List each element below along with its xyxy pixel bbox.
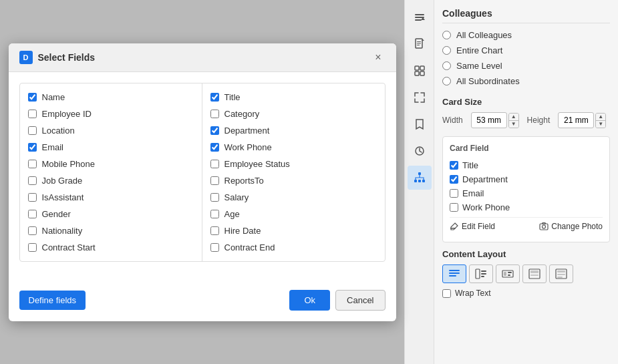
svg-rect-22 [449,272,460,274]
radio-entire-chart[interactable]: Entire Chart [442,45,610,55]
svg-rect-37 [557,274,565,275]
card-size-title: Card Size [442,97,610,107]
edit-field-link[interactable]: Edit Field [450,222,495,231]
svg-rect-25 [481,270,486,272]
svg-rect-7 [417,45,420,45]
colleagues-radio-group: All Colleagues Entire Chart Same Level A… [442,30,610,86]
width-spinner[interactable]: ▲ ▼ [508,113,519,128]
height-input[interactable] [558,112,594,128]
svg-rect-2 [415,19,422,21]
field-employee-id[interactable]: Employee ID [28,106,194,122]
svg-rect-21 [449,270,460,271]
svg-point-19 [543,225,546,228]
svg-rect-26 [481,273,486,275]
change-photo-link[interactable]: Change Photo [539,222,603,231]
dialog-close-button[interactable]: × [371,50,385,65]
width-label: Width [442,116,463,125]
field-email[interactable]: Email [28,139,194,156]
card-size-row: Width ▲ ▼ Height ▲ ▼ [442,112,610,128]
svg-rect-11 [420,71,424,75]
svg-rect-15 [418,180,421,182]
fields-left-col: Name Employee ID Location Email [20,83,202,261]
cf-title[interactable]: Title [450,158,603,172]
cf-email[interactable]: Email [450,186,603,200]
fields-grid: Name Employee ID Location Email [19,83,385,262]
colleagues-header: Colleagues [442,8,610,23]
select-fields-dialog: D Select Fields × Name Employee ID [9,43,396,321]
dialog-footer: Define fields Ok Cancel [9,283,396,321]
field-contract-start[interactable]: Contract Start [28,239,194,256]
field-title[interactable]: Title [210,89,377,106]
sidebar-icon-expand[interactable] [408,85,432,110]
dialog-title-icon: D [19,51,33,64]
field-gender[interactable]: Gender [28,206,194,222]
svg-rect-27 [481,276,484,277]
content-layout-section: Content Layout [442,249,610,298]
dialog-header: D Select Fields × [9,43,396,72]
card-fields-header: Card Field [450,144,603,153]
sidebar-icon-layers[interactable] [408,5,432,29]
svg-rect-36 [557,270,565,272]
layout-btn-2[interactable] [469,264,493,283]
field-hire-date[interactable]: Hire Date [210,222,377,239]
dialog-body: Name Employee ID Location Email [9,72,396,283]
layout-btn-4[interactable] [522,264,547,283]
svg-rect-5 [417,41,421,42]
svg-rect-24 [476,269,480,279]
layout-btn-1[interactable] [442,264,466,283]
width-input[interactable] [471,112,507,128]
height-spinner[interactable]: ▲ ▼ [595,113,606,128]
right-panel: Colleagues All Colleagues Entire Chart S… [404,0,618,364]
cf-department[interactable]: Department [450,172,603,186]
field-employee-status[interactable]: Employee Status [210,156,377,172]
sidebar-icon-document[interactable] [408,32,432,56]
svg-rect-6 [417,43,421,44]
field-reports-to[interactable]: ReportsTo [210,172,377,189]
cf-work-phone[interactable]: Work Phone [450,200,603,214]
field-job-grade[interactable]: Job Grade [28,172,194,189]
field-is-assistant[interactable]: IsAssistant [28,189,194,206]
svg-rect-38 [557,277,563,278]
field-nationality[interactable]: Nationality [28,222,194,239]
svg-rect-18 [540,224,548,230]
svg-rect-8 [415,66,419,70]
wrap-text-row[interactable]: Wrap Text [442,289,610,298]
sidebar-icons [405,0,434,364]
field-category[interactable]: Category [210,106,377,122]
field-age[interactable]: Age [210,206,377,222]
card-fields-box: Card Field Title Department Email Work P… [442,136,610,242]
svg-rect-13 [418,172,421,175]
height-label: Height [527,116,551,125]
dialog-overlay: D Select Fields × Name Employee ID [0,0,404,364]
radio-all-subordinates[interactable]: All Subordinates [442,76,610,86]
sidebar-icon-bookmark[interactable] [408,112,432,136]
field-contract-end[interactable]: Contract End [210,239,377,256]
radio-same-level[interactable]: Same Level [442,61,610,71]
radio-all-colleagues[interactable]: All Colleagues [442,30,610,40]
field-location[interactable]: Location [28,122,194,139]
field-work-phone[interactable]: Work Phone [210,139,377,156]
sidebar-icon-history[interactable] [408,139,432,163]
svg-rect-34 [530,275,538,276]
dialog-title: D Select Fields [19,51,96,64]
field-salary[interactable]: Salary [210,189,377,206]
layout-btn-3[interactable] [496,264,520,283]
svg-rect-9 [420,66,424,70]
sidebar-icon-org[interactable] [408,166,432,190]
field-mobile-phone[interactable]: Mobile Phone [28,156,194,172]
content-layout-title: Content Layout [442,249,610,259]
field-name[interactable]: Name [28,89,194,106]
svg-rect-30 [508,272,512,273]
svg-rect-33 [530,270,538,273]
layout-btn-5[interactable] [549,264,573,283]
define-fields-button[interactable]: Define fields [19,291,86,310]
height-input-wrap: ▲ ▼ [558,112,606,128]
ok-button[interactable]: Ok [289,290,330,311]
layout-buttons [442,264,610,283]
svg-rect-29 [504,272,506,276]
field-department[interactable]: Department [210,122,377,139]
dialog-action-buttons: Ok Cancel [289,290,385,311]
svg-rect-23 [449,275,456,277]
sidebar-icon-grid[interactable] [408,59,432,83]
cancel-button[interactable]: Cancel [335,290,385,311]
